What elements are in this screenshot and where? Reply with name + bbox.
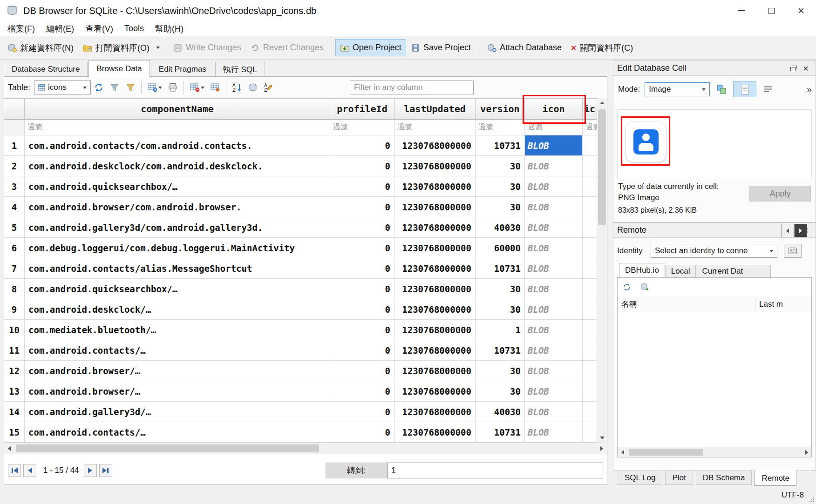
cell-version[interactable]: 30 bbox=[476, 156, 525, 176]
cell-icon-blob[interactable]: BLOB bbox=[525, 340, 583, 361]
cell-componentName[interactable]: com.android.browser/… bbox=[25, 381, 330, 402]
scroll-down-button[interactable] bbox=[597, 433, 607, 443]
cell-partial[interactable] bbox=[583, 279, 597, 299]
table-row[interactable]: 8com.android.quicksearchbox/…01230768000… bbox=[4, 279, 597, 299]
row-number[interactable]: 9 bbox=[4, 299, 25, 320]
row-number[interactable]: 10 bbox=[4, 320, 25, 340]
table-row[interactable]: 12com.android.browser/…0123076800000030B… bbox=[4, 361, 597, 381]
cell-icon-blob[interactable]: BLOB bbox=[525, 135, 583, 156]
cell-componentName[interactable]: com.android.contacts/… bbox=[25, 422, 330, 443]
cell-componentName[interactable]: com.android.browser/com.android.browser. bbox=[25, 197, 330, 217]
vertical-scrollbar[interactable] bbox=[597, 98, 607, 443]
cell-icon-blob[interactable]: BLOB bbox=[525, 156, 583, 176]
edit-sort-order-button[interactable]: AZ bbox=[261, 80, 276, 95]
horizontal-scrollbar-thumb[interactable] bbox=[16, 444, 319, 452]
cell-version[interactable]: 30 bbox=[476, 279, 525, 299]
database-encoding-button[interactable] bbox=[245, 80, 260, 95]
cell-componentName[interactable]: com.android.quicksearchbox/… bbox=[25, 279, 330, 299]
apply-button[interactable]: Apply bbox=[749, 186, 811, 202]
goto-record-input[interactable] bbox=[387, 463, 603, 478]
menu-help[interactable]: 幫助(H) bbox=[150, 21, 189, 36]
cell-profileId[interactable]: 0 bbox=[330, 340, 394, 361]
cell-lastUpdated[interactable]: 1230768000000 bbox=[394, 381, 476, 402]
cell-partial[interactable] bbox=[583, 156, 597, 176]
cell-profileId[interactable]: 0 bbox=[330, 320, 394, 340]
cell-version[interactable]: 30 bbox=[476, 299, 525, 320]
cell-profileId[interactable]: 0 bbox=[330, 217, 394, 238]
cell-profileId[interactable]: 0 bbox=[330, 422, 394, 443]
table-row[interactable]: 9com.android.deskclock/…0123076800000030… bbox=[4, 299, 597, 320]
remote-clone-button[interactable] bbox=[638, 281, 651, 294]
remote-last-modified-column-header[interactable]: Last m bbox=[755, 297, 811, 311]
cell-partial[interactable] bbox=[583, 135, 597, 156]
cell-componentName[interactable]: com.debug.loggerui/com.debug.loggerui.Ma… bbox=[25, 238, 330, 258]
cell-version[interactable]: 40030 bbox=[476, 217, 525, 238]
more-tools-chevron[interactable]: » bbox=[807, 84, 812, 95]
row-number[interactable]: 13 bbox=[4, 381, 25, 402]
column-header-version[interactable]: version bbox=[476, 99, 525, 120]
last-record-button[interactable] bbox=[99, 464, 112, 477]
save-project-button[interactable]: Save Project bbox=[406, 39, 476, 56]
attach-database-button[interactable]: Attach Database bbox=[483, 39, 566, 56]
row-number[interactable]: 14 bbox=[4, 402, 25, 422]
horizontal-scrollbar[interactable] bbox=[4, 443, 607, 454]
cell-profileId[interactable]: 0 bbox=[330, 197, 394, 217]
maximize-button[interactable] bbox=[756, 0, 786, 21]
table-row[interactable]: 10com.mediatek.bluetooth/…01230768000000… bbox=[4, 320, 597, 340]
filter-lastUpdated[interactable]: 過濾 bbox=[394, 120, 476, 135]
remote-scrollbar-thumb[interactable] bbox=[629, 449, 703, 456]
delete-record-button[interactable] bbox=[187, 80, 207, 95]
cell-componentName[interactable]: com.mediatek.bluetooth/… bbox=[25, 320, 330, 340]
cell-version[interactable]: 30 bbox=[476, 361, 525, 381]
row-number[interactable]: 2 bbox=[4, 156, 25, 176]
cell-partial[interactable] bbox=[583, 238, 597, 258]
remote-tabs-scroll-right-button[interactable] bbox=[794, 224, 807, 237]
row-number[interactable]: 12 bbox=[4, 361, 25, 381]
remote-tabs-scroll-left-button[interactable] bbox=[781, 224, 794, 237]
cell-lastUpdated[interactable]: 1230768000000 bbox=[394, 340, 476, 361]
cell-componentName[interactable]: com.android.contacts/com.android.contact… bbox=[25, 135, 330, 156]
cell-icon-blob[interactable]: BLOB bbox=[525, 299, 583, 320]
cell-partial[interactable] bbox=[583, 176, 597, 197]
previous-record-button[interactable] bbox=[23, 464, 36, 477]
cell-componentName[interactable]: com.android.contacts/… bbox=[25, 340, 330, 361]
cell-icon-blob[interactable]: BLOB bbox=[525, 361, 583, 381]
remote-horizontal-scrollbar[interactable] bbox=[618, 447, 811, 457]
tab-execute-sql[interactable]: 執行 SQL bbox=[215, 62, 265, 76]
row-number[interactable]: 15 bbox=[4, 422, 25, 443]
table-selector[interactable]: icons bbox=[34, 81, 91, 94]
table-row[interactable]: 11com.android.contacts/…0123076800000010… bbox=[4, 340, 597, 361]
cell-icon-blob[interactable]: BLOB bbox=[525, 279, 583, 299]
menu-edit[interactable]: 編輯(E) bbox=[41, 21, 80, 36]
scroll-left-button[interactable] bbox=[618, 447, 627, 457]
mode-selector[interactable]: Image bbox=[645, 82, 710, 96]
tab-browse-data[interactable]: Browse Data bbox=[88, 60, 150, 77]
first-record-button[interactable] bbox=[8, 464, 21, 477]
write-changes-button[interactable]: Write Changes bbox=[169, 39, 246, 56]
cell-profileId[interactable]: 0 bbox=[330, 258, 394, 279]
cell-icon-blob[interactable]: BLOB bbox=[525, 238, 583, 258]
table-row[interactable]: 6com.debug.loggerui/com.debug.loggerui.M… bbox=[4, 238, 597, 258]
cell-profileId[interactable]: 0 bbox=[330, 238, 394, 258]
row-number[interactable]: 3 bbox=[4, 176, 25, 197]
cell-partial[interactable] bbox=[583, 320, 597, 340]
cell-version[interactable]: 60000 bbox=[476, 238, 525, 258]
new-record-button[interactable] bbox=[145, 80, 164, 95]
cell-lastUpdated[interactable]: 1230768000000 bbox=[394, 299, 476, 320]
import-data-button[interactable] bbox=[714, 81, 729, 97]
column-header-componentName[interactable]: componentName bbox=[25, 99, 330, 120]
goto-button[interactable]: 轉到: bbox=[326, 463, 387, 478]
close-button[interactable]: × bbox=[786, 0, 816, 21]
remote-name-column-header[interactable]: 名稱 bbox=[618, 297, 755, 311]
cell-profileId[interactable]: 0 bbox=[330, 361, 394, 381]
cell-icon-blob[interactable]: BLOB bbox=[525, 422, 583, 443]
cell-componentName[interactable]: com.android.browser/… bbox=[25, 361, 330, 381]
cell-version[interactable]: 30 bbox=[476, 197, 525, 217]
remote-tab-dbhub[interactable]: DBHub.io bbox=[619, 263, 665, 277]
cell-partial[interactable] bbox=[583, 197, 597, 217]
word-wrap-button[interactable] bbox=[760, 81, 776, 97]
dock-tab-plot[interactable]: Plot bbox=[665, 471, 693, 485]
new-database-button[interactable]: 新建資料庫(N) bbox=[3, 39, 78, 57]
insert-record-button[interactable] bbox=[208, 80, 223, 95]
cell-icon-blob[interactable]: BLOB bbox=[525, 402, 583, 422]
